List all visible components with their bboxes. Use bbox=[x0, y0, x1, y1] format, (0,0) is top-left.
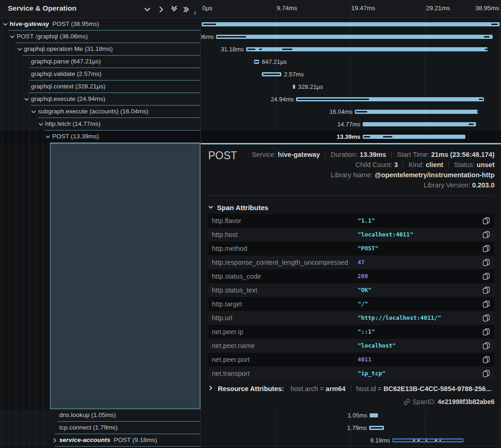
span-bar[interactable] bbox=[392, 438, 464, 442]
span-id-label: SpanID: bbox=[413, 398, 436, 405]
chevron-down-icon[interactable] bbox=[45, 134, 50, 139]
chevron-down-icon bbox=[208, 205, 213, 210]
attribute-key: net.peer.name bbox=[212, 342, 255, 349]
span-attributes-table: http.flavor"1.1"http.host"localhost:4011… bbox=[208, 214, 495, 380]
span-bar[interactable] bbox=[254, 60, 259, 64]
attribute-key: http.host bbox=[212, 231, 238, 238]
child-span-marker bbox=[393, 440, 462, 441]
copy-icon[interactable] bbox=[482, 259, 490, 266]
axis-tick: 19.47ms bbox=[351, 5, 375, 12]
tree-row[interactable]: tcp.connect (1.79ms) bbox=[0, 422, 200, 434]
collapse-one-icon[interactable] bbox=[142, 5, 152, 14]
chevron-right-icon[interactable] bbox=[52, 438, 57, 443]
tree-row[interactable]: hive-gateway POST (38.95ms) bbox=[0, 18, 200, 31]
child-span-dot bbox=[418, 440, 419, 441]
child-span-dot bbox=[413, 440, 415, 441]
copy-icon[interactable] bbox=[482, 217, 490, 224]
collapse-all-icon[interactable] bbox=[169, 5, 179, 14]
child-span-marker bbox=[485, 49, 488, 50]
copy-icon[interactable] bbox=[482, 286, 490, 294]
chevron-down-icon[interactable] bbox=[31, 109, 36, 114]
resource-attributes-row[interactable]: Resource Attributes:host.arch = arm64hos… bbox=[208, 385, 491, 392]
indent-guide bbox=[2, 18, 2, 448]
meta-divider bbox=[391, 151, 392, 158]
span-bar[interactable] bbox=[363, 135, 465, 139]
attribute-value: "localhost" bbox=[358, 342, 396, 349]
axis-gridline bbox=[500, 0, 500, 18]
timeline-row: 13.39ms bbox=[201, 131, 501, 143]
tree-row[interactable]: http.fetch (14.77ms) bbox=[0, 118, 200, 131]
span-bar[interactable] bbox=[262, 72, 281, 76]
tree-row-label: graphql.parse (647.21μs) bbox=[31, 58, 101, 65]
copy-icon[interactable] bbox=[482, 370, 490, 377]
tree-row-label: graphql.operation Me (31.18ms) bbox=[24, 45, 113, 52]
span-bar[interactable] bbox=[296, 97, 484, 101]
attribute-row: http.host"localhost:4011" bbox=[208, 228, 495, 242]
expand-one-icon[interactable] bbox=[156, 5, 166, 14]
child-span-marker bbox=[356, 111, 367, 112]
span-bar[interactable] bbox=[293, 85, 296, 89]
child-span-marker bbox=[477, 111, 478, 112]
child-span-marker bbox=[203, 24, 216, 25]
tree-row[interactable]: POST (13.39ms) bbox=[0, 131, 200, 143]
copy-icon[interactable] bbox=[482, 300, 490, 308]
detail-divider bbox=[208, 195, 495, 196]
tree-row[interactable]: dns.lookup (1.05ms) bbox=[0, 409, 200, 422]
copy-icon[interactable] bbox=[482, 273, 490, 280]
duration-label: 9.18ms bbox=[370, 437, 390, 444]
attribute-row: http.method"POST" bbox=[208, 242, 495, 255]
tree-header: Service & Operation bbox=[0, 0, 201, 18]
span-attributes-toggle[interactable]: Span Attributes bbox=[208, 204, 268, 212]
span-tree-panel: hive-gateway POST (38.95ms)POST /graphql… bbox=[0, 0, 201, 448]
tree-row-label: http.fetch (14.77ms) bbox=[45, 120, 101, 127]
span-bar[interactable] bbox=[202, 22, 500, 26]
duration-label: 1.05ms bbox=[347, 412, 367, 419]
tree-row[interactable]: POST /graphql (36.06ms) bbox=[0, 31, 200, 43]
attribute-value: "OK" bbox=[358, 286, 371, 293]
chevron-down-icon[interactable] bbox=[3, 22, 8, 27]
span-bar[interactable] bbox=[355, 110, 478, 114]
copy-icon[interactable] bbox=[482, 314, 490, 322]
copy-icon[interactable] bbox=[482, 342, 490, 349]
chevron-down-icon[interactable] bbox=[10, 34, 15, 39]
link-icon[interactable] bbox=[403, 398, 410, 405]
duration-label: 16.04ms bbox=[329, 108, 353, 115]
child-span-marker bbox=[297, 99, 369, 100]
copy-icon[interactable] bbox=[482, 356, 490, 363]
tree-row-label: POST /graphql (36.06ms) bbox=[17, 33, 88, 40]
attribute-value: "POST" bbox=[358, 245, 378, 252]
chevron-down-icon[interactable] bbox=[24, 97, 29, 102]
timeline-bars-bottom: 1.05ms1.79ms9.18ms bbox=[201, 409, 501, 447]
copy-icon[interactable] bbox=[482, 245, 490, 252]
tree-row[interactable]: subgraph.execute (accounts) (16.04ms) bbox=[0, 106, 200, 118]
tree-row[interactable]: service-accounts POST (9.18ms) bbox=[0, 434, 200, 447]
attribute-key: http.response_content_length_uncompresse… bbox=[212, 259, 348, 266]
child-span-marker bbox=[259, 49, 262, 50]
tree-row[interactable]: graphql.execute (24.94ms) bbox=[0, 93, 200, 106]
timeline-row: 36.06ms bbox=[201, 31, 501, 43]
meta-item: Library Name: @opentelemetry/instrumenta… bbox=[331, 171, 495, 179]
tree-row[interactable]: graphql.parse (647.21μs) bbox=[0, 56, 200, 68]
meta-item: Duration: 13.39ms bbox=[331, 151, 386, 158]
span-bar[interactable] bbox=[369, 426, 384, 430]
span-bar[interactable] bbox=[363, 122, 476, 126]
timeline-row: 1.05ms bbox=[201, 409, 501, 422]
tree-row[interactable]: graphql.context (328.21μs) bbox=[0, 81, 200, 93]
expand-all-icon[interactable] bbox=[182, 5, 192, 14]
span-meta-line2: Child Count: 3Kind: clientStatus: unset bbox=[355, 161, 495, 168]
axis-gridline bbox=[276, 0, 276, 18]
panel-resize-handle[interactable]: ‖ bbox=[194, 10, 197, 16]
tree-row-label: graphql.execute (24.94ms) bbox=[31, 95, 105, 102]
span-bar[interactable] bbox=[216, 35, 493, 39]
duration-label: 647.21μs bbox=[262, 58, 287, 65]
tree-row[interactable]: graphql.validate (2.57ms) bbox=[0, 68, 200, 81]
chevron-down-icon[interactable] bbox=[17, 47, 22, 52]
copy-icon[interactable] bbox=[482, 231, 490, 238]
tree-row[interactable]: graphql.operation Me (31.18ms) bbox=[0, 43, 200, 56]
attribute-row: http.url"http://localhost:4011/" bbox=[208, 311, 495, 325]
tree-row-label: tcp.connect (1.79ms) bbox=[59, 424, 118, 431]
span-bar[interactable] bbox=[370, 413, 378, 417]
span-bar[interactable] bbox=[246, 47, 488, 51]
attribute-key: http.method bbox=[212, 245, 247, 252]
copy-icon[interactable] bbox=[482, 328, 490, 336]
